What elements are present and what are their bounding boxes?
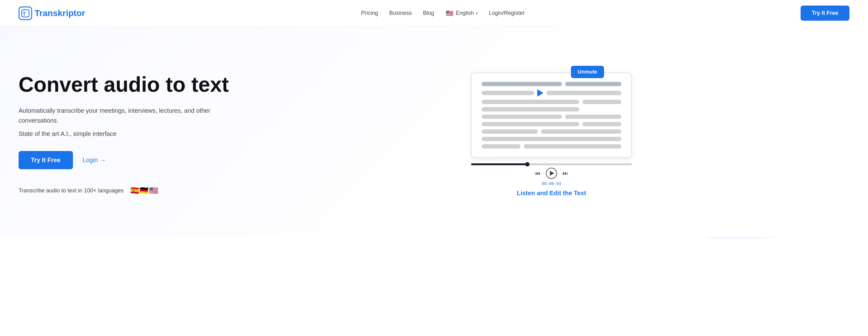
logo-icon: T <box>19 6 32 20</box>
transcript-line-6 <box>482 122 621 126</box>
nav-login-register[interactable]: Login/Register <box>489 10 525 16</box>
flag-group: 🇪🇸 🇩🇪 🇺🇸 <box>129 185 159 196</box>
languages-row: Transcribe audio to text in 100+ languag… <box>19 185 235 196</box>
progress-track <box>471 163 632 165</box>
progress-thumb[interactable] <box>525 162 529 166</box>
text-bar <box>565 82 621 86</box>
unmute-button[interactable]: Unmute <box>571 66 604 78</box>
login-link[interactable]: Login → <box>83 157 106 164</box>
transcript-line-5 <box>482 114 621 119</box>
logo-wordmark: Transkriptor <box>35 8 85 18</box>
player-controls: ⏮ ⏭ <box>533 168 569 179</box>
play-triangle-icon <box>550 171 554 176</box>
progress-fill <box>471 163 527 165</box>
nav-blog[interactable]: Blog <box>423 10 434 16</box>
text-bar <box>482 129 538 134</box>
transcript-lines <box>482 82 621 148</box>
text-bar <box>524 144 621 148</box>
text-bar <box>482 144 521 148</box>
video-container: Unmute <box>471 73 632 197</box>
rewind-button[interactable]: ⏮ <box>533 169 541 178</box>
arrow-icon: → <box>100 157 106 164</box>
us-flag-icon: 🇺🇸 <box>445 9 454 18</box>
text-bar <box>482 107 579 111</box>
transcript-line-2 <box>482 89 621 97</box>
time-display: 00:00:03 <box>542 181 561 186</box>
nav-business[interactable]: Business <box>389 10 412 16</box>
languages-text: Transcribe audio to text in 100+ languag… <box>19 188 124 194</box>
try-it-free-header-button[interactable]: Try It Free <box>801 6 849 21</box>
hero-title: Convert audio to text <box>19 73 235 96</box>
transcript-line-7 <box>482 129 621 134</box>
transcript-line-1 <box>482 82 621 86</box>
hero-buttons: Try It Free Login → <box>19 151 235 169</box>
chevron-down-icon: ▾ <box>476 11 477 15</box>
transcript-line-4 <box>482 107 621 111</box>
nav-pricing[interactable]: Pricing <box>361 10 378 16</box>
text-bar <box>582 100 621 104</box>
transcript-line-9 <box>482 144 621 148</box>
text-bar <box>482 91 534 95</box>
try-it-free-hero-button[interactable]: Try It Free <box>19 151 73 169</box>
main-nav: Pricing Business Blog 🇺🇸 English ▾ Login… <box>361 9 525 18</box>
hero-left: Convert audio to text Automatically tran… <box>19 73 235 197</box>
text-bar <box>582 122 621 126</box>
audio-player: ⏮ ⏭ 00:00:03 <box>471 163 632 186</box>
hero-right: Unmute <box>253 73 849 197</box>
american-flag-icon: 🇺🇸 <box>148 185 159 196</box>
play-cursor-icon <box>537 89 544 97</box>
background-blob <box>683 54 862 239</box>
text-bar <box>565 114 621 119</box>
listen-edit-label[interactable]: Listen and Edit the Text <box>471 190 632 197</box>
language-label: English <box>456 10 474 16</box>
text-bar <box>482 114 562 119</box>
transcript-line-8 <box>482 137 621 141</box>
svg-text:T: T <box>23 11 26 17</box>
progress-bar-container[interactable] <box>471 163 632 165</box>
text-bar <box>482 82 562 86</box>
hero-subtitle-2: State of the art A.I., simple interface <box>19 130 235 137</box>
text-bar <box>541 129 621 134</box>
text-bar <box>482 137 621 141</box>
transcript-line-3 <box>482 100 621 104</box>
language-selector[interactable]: 🇺🇸 English ▾ <box>445 9 477 18</box>
play-button[interactable] <box>546 168 557 179</box>
logo[interactable]: T Transkriptor <box>19 6 85 20</box>
text-bar <box>482 100 579 104</box>
header: T Transkriptor Pricing Business Blog 🇺🇸 … <box>0 0 868 27</box>
hero-subtitle: Automatically transcribe your meetings, … <box>19 106 235 125</box>
transcript-card <box>471 73 632 158</box>
fast-forward-button[interactable]: ⏭ <box>561 169 569 178</box>
hero-section: Convert audio to text Automatically tran… <box>0 27 868 237</box>
text-bar <box>482 122 579 126</box>
text-bar <box>547 91 621 95</box>
